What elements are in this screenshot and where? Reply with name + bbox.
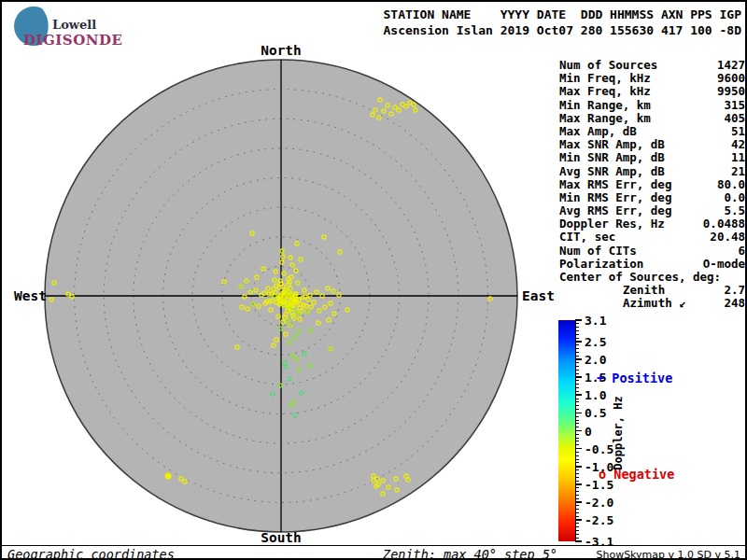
colorbar-minor-tick — [575, 534, 579, 535]
colorbar-minor-tick — [575, 459, 579, 460]
compass-label-south: South — [261, 530, 302, 545]
colorbar-minor-tick — [575, 380, 579, 381]
stat-label: Center of Sources, deg: — [559, 271, 721, 284]
colorbar-major-tick — [575, 483, 582, 485]
skymap-points — [49, 98, 492, 496]
colorbar-minor-tick — [575, 352, 579, 353]
colorbar-minor-tick — [575, 512, 579, 513]
stat-row: Min Range, km315 — [559, 99, 745, 112]
stat-row: PolarizationO-mode — [559, 258, 745, 271]
colorbar-minor-tick — [575, 338, 579, 339]
colorbar-minor-tick — [575, 530, 579, 531]
stat-label: CIT, sec — [559, 231, 615, 244]
colorbar-minor-tick — [575, 427, 579, 427]
colorbar-tick-label: 1.0 — [585, 388, 606, 402]
header-station-values: Ascension Islan 2019 Oct07 280 155630 41… — [383, 23, 741, 37]
colorbar-minor-tick — [575, 523, 579, 524]
colorbar-minor-tick — [575, 526, 579, 527]
stat-value: 21 — [731, 165, 745, 178]
stat-label: Avg SNR Amp, dB — [559, 165, 665, 178]
colorbar-minor-tick — [575, 323, 579, 324]
colorbar-tick-label: -2.0 — [585, 495, 613, 509]
colorbar-minor-tick — [575, 405, 579, 406]
colorbar-minor-tick — [575, 455, 579, 456]
colorbar-minor-tick — [575, 444, 579, 445]
stat-label: Max Range, km — [559, 112, 651, 125]
header-column-titles: STATION NAME YYYY DATE DDD HHMMSS AXN PP… — [383, 7, 741, 21]
stat-row: Max Amp, dB51 — [559, 125, 745, 138]
negative-doppler-legend: o Negative — [599, 467, 674, 482]
stat-label: Zenith — [623, 284, 665, 297]
colorbar-major-tick — [575, 466, 582, 468]
positive-doppler-legend: + Positive — [597, 371, 672, 385]
stat-value: 51 — [731, 125, 745, 138]
stat-row: Zenith2.7 — [559, 284, 745, 297]
stat-label: Max RMS Err, deg — [559, 178, 671, 191]
colorbar-minor-tick — [575, 516, 579, 517]
stat-value: 9600 — [717, 72, 745, 85]
stat-label: Polarization — [559, 258, 643, 271]
colorbar-minor-tick — [575, 452, 579, 453]
colorbar-minor-tick — [575, 370, 579, 371]
stat-row: Avg RMS Err, deg5.5 — [559, 204, 745, 217]
colorbar-minor-tick — [575, 473, 579, 474]
colorbar-major-tick — [575, 358, 582, 360]
colorbar-major-tick — [575, 430, 582, 432]
stat-row: Azimuth ↙248 — [559, 297, 745, 310]
colorbar-major-tick — [575, 341, 582, 343]
colorbar-minor-tick — [575, 362, 579, 363]
stat-value: 6 — [738, 245, 745, 258]
stat-value: 248 — [724, 297, 745, 310]
colorbar-minor-tick — [575, 373, 579, 374]
footer-zenith-range-label: Zenith: max 40° step 5° — [383, 547, 557, 560]
footer-coordinates-label: Geographic coordinates — [7, 547, 175, 560]
colorbar-minor-tick — [575, 469, 579, 470]
compass-label-east: East — [522, 288, 555, 303]
compass-label-west: West — [14, 288, 47, 303]
stat-row: Num of CITs6 — [559, 245, 745, 258]
colorbar-minor-tick — [575, 481, 579, 482]
stat-row: Max SNR Amp, dB42 — [559, 138, 745, 151]
colorbar-minor-tick — [575, 420, 579, 421]
colorbar-major-tick — [575, 448, 582, 450]
logo-text-digisonde: DIGISONDE — [23, 32, 122, 49]
stat-row: Doppler Res, Hz0.0488 — [559, 217, 745, 231]
stat-label: Max SNR Amp, dB — [559, 138, 665, 151]
colorbar-minor-tick — [575, 509, 579, 510]
stat-value: O-mode — [703, 258, 745, 271]
colorbar-minor-tick — [575, 495, 579, 496]
colorbar-major-tick — [575, 519, 582, 521]
footer-version-label: ShowSkymap v 1.0 SD v 5.1 — [596, 549, 740, 560]
stat-row: Center of Sources, deg: — [559, 271, 745, 284]
stat-label: Max Amp, dB — [559, 125, 637, 138]
colorbar-major-tick — [575, 319, 582, 321]
colorbar-tick-label: -0.5 — [585, 441, 613, 455]
footer-divider — [2, 545, 745, 546]
colorbar-minor-tick — [575, 441, 579, 441]
stat-row: Min RMS Err, deg0.0 — [559, 191, 745, 204]
stat-value: 9950 — [717, 85, 745, 98]
colorbar-minor-tick — [575, 423, 579, 424]
colorbar-major-tick — [575, 501, 582, 503]
colorbar-minor-tick — [575, 538, 579, 539]
stat-label: Max Freq, kHz — [559, 85, 651, 98]
colorbar-ticks: 3.12.52.01.51.00.50-0.5-1.0-1.5-2.0-2.5-… — [575, 320, 613, 541]
colorbar-minor-tick — [575, 334, 579, 335]
station-header: STATION NAME YYYY DATE DDD HHMMSS AXN PP… — [383, 7, 741, 38]
stat-row: Min Freq, kHz9600 — [559, 72, 745, 85]
stat-label: Avg RMS Err, deg — [559, 204, 671, 217]
logo-text-lowell: Lowell — [52, 18, 96, 32]
colorbar-minor-tick — [575, 348, 579, 349]
colorbar-major-tick — [575, 394, 582, 396]
statistics-panel: Num of Sources1427Min Freq, kHz9600Max F… — [559, 59, 745, 311]
stat-row: Avg SNR Amp, dB21 — [559, 165, 745, 178]
colorbar-minor-tick — [575, 438, 579, 439]
stat-value: 2.7 — [724, 284, 745, 297]
stat-value: 0.0488 — [703, 217, 745, 231]
stat-value: 20.48 — [710, 231, 745, 244]
colorbar-major-tick — [575, 413, 582, 414]
colorbar-major-tick — [575, 376, 582, 378]
colorbar-minor-tick — [575, 384, 579, 385]
colorbar-minor-tick — [575, 391, 579, 392]
stat-row: Num of Sources1427 — [559, 59, 745, 72]
